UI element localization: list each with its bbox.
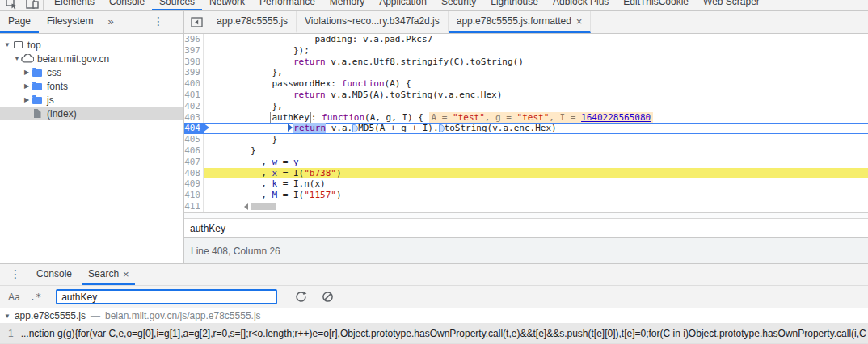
disclosure-triangle-icon[interactable]: ▼ <box>4 313 11 320</box>
device-toolbar-icon[interactable] <box>26 0 39 10</box>
tree-item-beian-miit-gov-cn[interactable]: ▼beian.miit.gov.cn <box>0 52 183 65</box>
line-number[interactable]: 399 <box>184 67 204 78</box>
line-number[interactable]: 409 <box>184 178 204 190</box>
drawer-tab-console[interactable]: Console <box>31 264 78 285</box>
tree-item-css[interactable]: ▶css <box>0 65 183 79</box>
code-token: toString(v.a.enc.Hex) <box>445 123 557 133</box>
code-line-403[interactable]: 403 authKey: function(A, g, I) { A = "te… <box>184 112 868 124</box>
line-number[interactable]: 403 <box>184 112 204 124</box>
line-number[interactable]: 402 <box>184 101 204 112</box>
main-tab-network[interactable]: Network <box>202 0 252 10</box>
folder-icon <box>31 82 44 90</box>
line-number[interactable]: 401 <box>184 90 204 101</box>
editor-bottom-strip <box>184 213 868 219</box>
code-token: (A) { <box>385 78 411 89</box>
regex-toggle[interactable]: .* <box>30 292 41 303</box>
line-number[interactable]: 396 <box>184 34 204 45</box>
hide-navigator-icon[interactable] <box>184 11 209 33</box>
code-line-411[interactable]: 411 <box>184 201 868 212</box>
code-line-397[interactable]: 397 }); <box>184 45 868 57</box>
tree-collapsed-icon[interactable]: ▶ <box>23 96 31 103</box>
code-line-content: } <box>204 134 868 145</box>
file-tab-label: Violations~reco...ry.b347fa2d.js <box>305 11 440 31</box>
tree-item-fonts[interactable]: ▶fonts <box>0 79 183 93</box>
code-line-404[interactable]: 404 return v.a.MD5(A + g + I).toString(v… <box>184 123 868 134</box>
navigator-more-menu-icon[interactable]: ⋮ <box>153 11 164 33</box>
file-tab-app-e78c5555-js-formatted[interactable]: app.e78c5555.js:formatted× <box>449 11 592 33</box>
line-number[interactable]: 397 <box>184 45 204 57</box>
code-token: , <box>261 157 272 167</box>
tree-item--index-[interactable]: (index) <box>0 107 183 120</box>
tree-expanded-icon[interactable]: ▼ <box>3 41 11 48</box>
inline-breakpoint-icon[interactable] <box>439 124 445 132</box>
editor-find-input[interactable]: authKey <box>190 223 225 234</box>
line-number[interactable]: 410 <box>184 190 204 201</box>
code-line-410[interactable]: 410 , M = I("1157") <box>184 190 868 201</box>
scrollbar-thumb[interactable] <box>251 203 276 210</box>
search-result-file-row[interactable]: ▼ app.e78c5555.js — beian.miit.gov.cn/js… <box>0 308 868 323</box>
search-input[interactable] <box>56 289 277 304</box>
file-tab-label: app.e78c5555.js <box>217 11 288 31</box>
file-tab-violations-reco-ry-b347fa2d-js[interactable]: Violations~reco...ry.b347fa2d.js <box>297 11 449 33</box>
main-tab-editthiscookie[interactable]: EditThisCookie <box>616 0 696 10</box>
close-drawer-tab-icon[interactable]: × <box>123 269 129 279</box>
main-tab-lighthouse[interactable]: Lighthouse <box>483 0 546 10</box>
folder-icon <box>31 68 44 77</box>
navigator-tabs: PageFilesystem <box>0 11 101 33</box>
main-tab-memory[interactable]: Memory <box>322 0 372 10</box>
line-number[interactable]: 400 <box>184 78 204 90</box>
tree-expanded-icon[interactable]: ▼ <box>13 55 21 62</box>
refresh-icon[interactable] <box>295 291 307 303</box>
code-line-401[interactable]: 401 return v.a.MD5(A).toString(v.a.enc.H… <box>184 90 868 101</box>
clear-icon[interactable] <box>322 291 334 303</box>
code-line-407[interactable]: 407 , w = y <box>184 157 868 168</box>
tree-item-js[interactable]: ▶js <box>0 93 183 107</box>
code-line-398[interactable]: 398 return v.a.enc.Utf8.stringify(C).toS… <box>184 57 868 68</box>
main-tab-security[interactable]: Security <box>434 0 483 10</box>
horizontal-scrollbar[interactable] <box>244 201 868 212</box>
code-line-405[interactable]: 405 } <box>184 134 868 145</box>
code-line-399[interactable]: 399 }, <box>184 67 868 78</box>
main-tab-sources[interactable]: Sources <box>152 0 202 10</box>
main-tab-web-scraper[interactable]: Web Scraper <box>696 0 767 10</box>
drawer-tab-search[interactable]: Search× <box>82 264 135 285</box>
main-tab-console[interactable]: Console <box>102 0 152 10</box>
line-number[interactable]: 405 <box>184 134 204 145</box>
scroll-left-icon[interactable] <box>244 203 248 210</box>
tree-collapsed-icon[interactable]: ▶ <box>23 82 31 90</box>
line-number[interactable]: 406 <box>184 145 204 157</box>
code-line-402[interactable]: 402 }, <box>184 101 868 112</box>
code-token: }, <box>272 101 282 111</box>
line-number[interactable]: 411 <box>184 201 204 212</box>
code-token: ) <box>336 168 342 179</box>
main-tab-adblock-plus[interactable]: Adblock Plus <box>546 0 616 10</box>
line-number[interactable]: 407 <box>184 157 204 168</box>
tree-item-top[interactable]: ▼top <box>0 38 183 52</box>
line-number[interactable]: 398 <box>184 57 204 68</box>
line-number[interactable]: 404 <box>184 123 204 134</box>
search-toolbar: Aa .* <box>0 286 868 308</box>
search-match-row[interactable]: 1 ...nction g(g){for(var C,e,o=g[0],i=g[… <box>0 323 868 344</box>
close-tab-icon[interactable]: × <box>576 16 583 27</box>
result-separator: — <box>91 310 100 321</box>
navigator-tab-page[interactable]: Page <box>0 11 39 33</box>
main-tab-elements[interactable]: Elements <box>47 0 102 10</box>
code-line-406[interactable]: 406 } <box>184 145 868 157</box>
match-case-toggle[interactable]: Aa <box>8 292 20 303</box>
drawer-more-menu-icon[interactable]: ⋮ <box>0 264 31 285</box>
code-line-396[interactable]: 396 padding: v.a.pad.Pkcs7 <box>184 34 868 45</box>
code-line-409[interactable]: 409 , k = I.n(x) <box>184 178 868 190</box>
inspect-element-icon[interactable] <box>6 0 18 10</box>
tree-item-label: (index) <box>47 108 77 120</box>
code-editor[interactable]: 396 padding: v.a.pad.Pkcs7397 });398 ret… <box>184 34 868 213</box>
main-tab-performance[interactable]: Performance <box>252 0 322 10</box>
main-tab-application[interactable]: Application <box>372 0 434 10</box>
code-token: , <box>261 178 272 189</box>
tree-collapsed-icon[interactable]: ▶ <box>23 69 31 76</box>
code-line-408[interactable]: 408 , x = I("b738") <box>184 168 868 179</box>
tab-overflow-chevron[interactable]: » <box>101 11 120 33</box>
file-tab-app-e78c5555-js[interactable]: app.e78c5555.js <box>209 11 297 33</box>
code-line-400[interactable]: 400 passwordHex: function(A) { <box>184 78 868 90</box>
navigator-tab-filesystem[interactable]: Filesystem <box>39 11 101 33</box>
line-number[interactable]: 408 <box>184 168 204 179</box>
